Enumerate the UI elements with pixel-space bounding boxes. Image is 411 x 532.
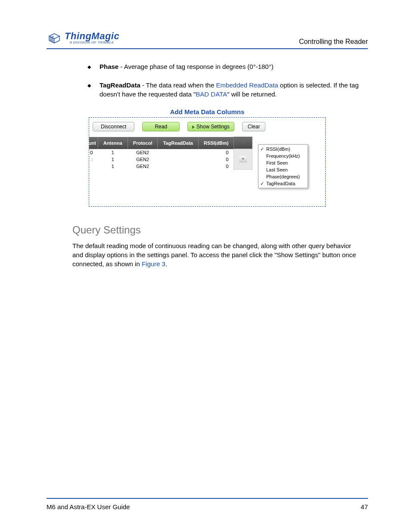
link-bad-data[interactable]: BAD DATA bbox=[196, 90, 227, 98]
menu-label: RSSI(dBm) bbox=[266, 146, 290, 152]
scrollbar[interactable]: ▴ bbox=[234, 149, 252, 170]
cell-protocol: GEN2 bbox=[128, 149, 158, 156]
cell-tagreaddata bbox=[158, 156, 198, 163]
svg-line-5 bbox=[241, 140, 242, 141]
header-section-title: Controlling the Reader bbox=[299, 38, 368, 46]
cell-rssi: 0 bbox=[198, 163, 234, 170]
figure-screenshot: Disconnect Read Show Settings Clear ount… bbox=[89, 117, 326, 207]
cell-rssi: 0 bbox=[198, 156, 234, 163]
menu-item-firstseen[interactable]: First Seen bbox=[258, 159, 308, 166]
columns-gear-button[interactable] bbox=[234, 137, 252, 149]
bullet-desc: - Average phase of tag response in degre… bbox=[118, 63, 273, 70]
page-header: ThingMagic A DIVISION OF TRIMBLE Control… bbox=[47, 30, 368, 49]
clear-button[interactable]: Clear bbox=[242, 122, 266, 131]
section-paragraph: The default reading mode of continuous r… bbox=[72, 241, 364, 268]
menu-item-tagreaddata[interactable]: ✓TagReadData bbox=[258, 180, 308, 187]
table-row[interactable]: 0 1 GEN2 0 ▴ bbox=[89, 149, 252, 156]
menu-item-phase[interactable]: Phase(degrees) bbox=[258, 173, 308, 180]
col-rssi[interactable]: RSSI(dBm) bbox=[198, 137, 234, 149]
menu-label: Phase(degrees) bbox=[266, 174, 300, 179]
cell-antenna: 1 bbox=[98, 163, 128, 170]
cell-protocol: GEN2 bbox=[128, 156, 158, 163]
footer-doc-title: M6 and Astra-EX User Guide bbox=[47, 503, 130, 510]
menu-label: First Seen bbox=[266, 160, 288, 165]
cell-rssi: 0 bbox=[198, 149, 234, 156]
footer-page-number: 47 bbox=[361, 503, 368, 510]
section-heading-query-settings: Query Settings bbox=[72, 224, 368, 236]
show-settings-label: Show Settings bbox=[196, 124, 230, 130]
bullet-text: - The data read when the bbox=[140, 81, 216, 89]
menu-label: Last Seen bbox=[266, 167, 288, 172]
menu-item-rssi[interactable]: ✓RSSI(dBm) bbox=[258, 146, 308, 152]
svg-point-0 bbox=[242, 141, 244, 143]
menu-label: TagReadData bbox=[266, 181, 295, 186]
svg-line-8 bbox=[244, 140, 245, 141]
link-figure-3[interactable]: Figure 3 bbox=[142, 260, 165, 268]
toolbar: Disconnect Read Show Settings Clear bbox=[89, 120, 325, 137]
bullet-tagreaddata: ◆ TagReadData - The data read when the E… bbox=[87, 81, 364, 99]
bullet-phase: ◆ Phase - Average phase of tag response … bbox=[87, 62, 364, 71]
gear-icon bbox=[240, 139, 246, 145]
svg-line-6 bbox=[244, 143, 245, 144]
cell-antenna: 1 bbox=[98, 156, 128, 163]
svg-line-7 bbox=[241, 143, 242, 144]
link-embedded-readdata[interactable]: Embedded ReadData bbox=[216, 81, 278, 89]
play-icon bbox=[192, 125, 195, 129]
cell-count: 0 bbox=[89, 149, 98, 156]
cell-count bbox=[89, 163, 98, 170]
menu-item-frequency[interactable]: Frequency(kHz) bbox=[258, 152, 308, 159]
col-antenna[interactable]: Antenna bbox=[98, 137, 128, 149]
figure-caption: Add Meta Data Columns bbox=[47, 108, 368, 115]
cell-antenna: 1 bbox=[98, 149, 128, 156]
results-table: ount Antenna Protocol TagReadData RSSI(d… bbox=[89, 137, 252, 170]
page-footer: M6 and Astra-EX User Guide 47 bbox=[47, 498, 368, 510]
check-icon: ✓ bbox=[260, 181, 264, 187]
read-button[interactable]: Read bbox=[142, 122, 180, 131]
logo-subtitle: A DIVISION OF TRIMBLE bbox=[70, 41, 119, 44]
logo-title: ThingMagic bbox=[65, 31, 119, 41]
bullet-icon: ◆ bbox=[87, 64, 92, 71]
cell-protocol: GEN2 bbox=[128, 163, 158, 170]
disconnect-button[interactable]: Disconnect bbox=[93, 122, 134, 131]
bullet-icon: ◆ bbox=[87, 82, 92, 99]
bullet-text: " will be returned. bbox=[227, 90, 277, 98]
check-icon: ✓ bbox=[260, 146, 264, 152]
menu-label: Frequency(kHz) bbox=[266, 153, 300, 159]
para-text: The default reading mode of continuous r… bbox=[72, 242, 356, 268]
scroll-up-icon[interactable]: ▴ bbox=[239, 156, 247, 162]
menu-item-lastseen[interactable]: Last Seen bbox=[258, 166, 308, 173]
table-row[interactable]: : 1 GEN2 0 bbox=[89, 156, 252, 163]
logo-icon bbox=[47, 30, 62, 46]
columns-dropdown: ✓RSSI(dBm) Frequency(kHz) First Seen Las… bbox=[258, 144, 308, 188]
col-protocol[interactable]: Protocol bbox=[128, 137, 158, 149]
para-text: . bbox=[165, 260, 167, 268]
cell-count: : bbox=[89, 156, 98, 163]
table-header-row: ount Antenna Protocol TagReadData RSSI(d… bbox=[89, 137, 252, 149]
logo: ThingMagic A DIVISION OF TRIMBLE bbox=[47, 30, 119, 46]
bullet-term: Phase bbox=[100, 63, 118, 70]
cell-tagreaddata bbox=[158, 163, 198, 170]
show-settings-button[interactable]: Show Settings bbox=[187, 122, 234, 131]
col-count[interactable]: ount bbox=[89, 137, 98, 149]
col-tagreaddata[interactable]: TagReadData bbox=[158, 137, 198, 149]
cell-tagreaddata bbox=[158, 149, 198, 156]
bullet-term: TagReadData bbox=[100, 81, 140, 89]
table-row[interactable]: 1 GEN2 0 bbox=[89, 163, 252, 170]
